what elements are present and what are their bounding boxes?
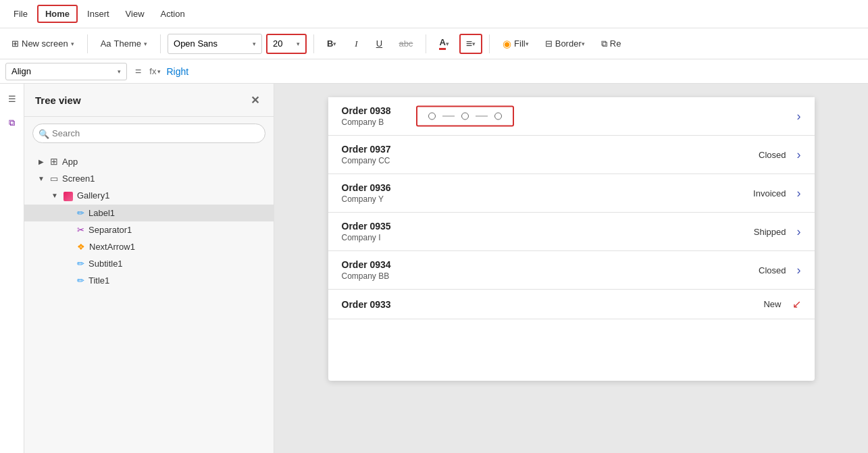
theme-label: Theme xyxy=(114,38,141,49)
app-canvas: Order 0938 Company B › Order 0937 Compan xyxy=(328,97,815,381)
gallery1-icon xyxy=(63,190,73,201)
font-color-button[interactable]: A ▾ xyxy=(433,34,455,54)
new-screen-button[interactable]: ⊞ New screen ▾ xyxy=(5,34,80,54)
fill-button[interactable]: ◉ Fill ▾ xyxy=(496,34,535,54)
row-left-0934: Order 0934 Company BB xyxy=(342,259,759,281)
row-company-0935: Company I xyxy=(342,233,754,242)
strikethrough-button[interactable]: abc xyxy=(392,34,419,54)
fx-label: fx ▾ xyxy=(149,66,161,76)
new-screen-icon: ⊞ xyxy=(11,38,19,49)
fx-text: fx xyxy=(149,66,156,76)
font-size-chevron: ▾ xyxy=(297,41,300,47)
border-icon: ⊟ xyxy=(545,38,553,49)
gallery-row-0934[interactable]: Order 0934 Company BB Closed › xyxy=(328,251,815,290)
row-left-0938: Order 0938 Company B xyxy=(342,105,797,127)
align-button[interactable]: ≡ ▾ xyxy=(459,34,482,54)
font-family-value: Open Sans xyxy=(174,38,218,49)
tree-item-subtitle1[interactable]: ▶ ✏ Subtitle1 xyxy=(24,255,274,272)
tree-item-screen1[interactable]: ▼ ▭ Screen1 xyxy=(24,170,274,187)
theme-button[interactable]: Aa Theme ▾ xyxy=(95,34,153,54)
tree-label-app: App xyxy=(62,157,78,167)
font-family-dropdown[interactable]: Open Sans ▾ xyxy=(168,34,262,54)
formula-bar: Align ▾ = fx ▾ Right xyxy=(0,59,868,84)
tree-label-screen1: Screen1 xyxy=(62,174,95,184)
row-company-0934: Company BB xyxy=(342,271,759,281)
tree-label-gallery1: Gallery1 xyxy=(77,190,109,201)
menu-home[interactable]: Home xyxy=(37,5,78,23)
underline-button[interactable]: U xyxy=(369,34,388,54)
tree-content: ▶ ⊞ App ▼ ▭ Screen1 ▼ Gallery1 xyxy=(24,150,274,453)
expand-screen1[interactable]: ▼ xyxy=(36,175,46,182)
tree-item-label1[interactable]: ▶ ✏ Label1 xyxy=(24,205,274,221)
row-arrow-0936: › xyxy=(797,186,801,201)
row-order-0936: Order 0936 xyxy=(342,182,754,193)
screen1-icon: ▭ xyxy=(50,174,58,184)
theme-chevron: ▾ xyxy=(144,41,147,47)
row-arrow-0934: › xyxy=(797,263,801,277)
fill-label: Fill xyxy=(514,38,526,49)
bold-chevron: ▾ xyxy=(333,41,336,47)
new-screen-label: New screen xyxy=(22,38,68,49)
row-left-0937: Order 0937 Company CC xyxy=(342,144,759,165)
drag-handle-mid[interactable] xyxy=(461,113,469,120)
hamburger-icon[interactable]: ☰ xyxy=(3,89,22,108)
border-chevron: ▾ xyxy=(582,41,585,47)
row-status-0933: New xyxy=(763,299,781,309)
tree-item-separator1[interactable]: ▶ ✂ Separator1 xyxy=(24,221,274,238)
font-color-icon: A xyxy=(439,37,445,50)
row-arrow-0937: › xyxy=(797,148,801,162)
tree-item-app[interactable]: ▶ ⊞ App xyxy=(24,153,274,170)
tree-item-gallery1[interactable]: ▼ Gallery1 xyxy=(24,187,274,205)
row-company-0937: Company CC xyxy=(342,156,759,165)
tree-close-button[interactable]: ✕ xyxy=(247,92,263,108)
gallery-row-0938[interactable]: Order 0938 Company B › xyxy=(328,97,815,136)
expand-app[interactable]: ▶ xyxy=(36,158,46,165)
re-icon: ⧉ xyxy=(601,38,607,49)
menu-action[interactable]: Action xyxy=(154,6,192,22)
expand-gallery1[interactable]: ▼ xyxy=(50,192,59,199)
row-order-0934: Order 0934 xyxy=(342,259,759,270)
property-selector[interactable]: Align ▾ xyxy=(5,63,127,80)
toolbar-sep-5 xyxy=(489,34,490,53)
gallery-row-0933[interactable]: Order 0933 New ↙ xyxy=(328,290,815,319)
formula-value[interactable]: Right xyxy=(166,66,188,77)
gallery-row-0936[interactable]: Order 0936 Company Y Invoiced › xyxy=(328,174,815,213)
row-order-0937: Order 0937 xyxy=(342,144,759,155)
layers-icon[interactable]: ⧉ xyxy=(3,113,22,132)
row-left-0936: Order 0936 Company Y xyxy=(342,182,754,204)
align-icon: ≡ xyxy=(466,38,472,50)
row-arrow-0938: › xyxy=(797,109,801,124)
row-order-0938: Order 0938 xyxy=(342,105,797,116)
tree-search-container: 🔍 xyxy=(32,124,265,143)
drag-line-right xyxy=(476,115,488,117)
menu-view[interactable]: View xyxy=(119,6,151,22)
gallery-row-0937[interactable]: Order 0937 Company CC Closed › xyxy=(328,136,815,174)
property-chevron: ▾ xyxy=(118,68,121,75)
drag-handle-left[interactable] xyxy=(428,113,436,120)
bold-button[interactable]: B ▾ xyxy=(321,34,342,54)
border-label: Border xyxy=(555,38,582,49)
row-left-0935: Order 0935 Company I xyxy=(342,221,754,242)
drag-handle-right[interactable] xyxy=(494,113,502,120)
tree-label-title1: Title1 xyxy=(88,275,109,286)
app-icon: ⊞ xyxy=(50,156,58,167)
search-input[interactable] xyxy=(32,124,265,143)
italic-button[interactable]: I xyxy=(347,34,365,54)
re-button[interactable]: ⧉ Re xyxy=(595,34,628,54)
tree-label-subtitle1: Subtitle1 xyxy=(88,259,123,269)
row-company-0938: Company B xyxy=(342,117,797,127)
theme-group: Aa Theme ▾ xyxy=(95,34,153,54)
tree-item-title1[interactable]: ▶ ✏ Title1 xyxy=(24,272,274,289)
toolbar-sep-3 xyxy=(313,34,314,53)
font-size-dropdown[interactable]: 20 ▾ xyxy=(266,34,307,54)
border-button[interactable]: ⊟ Border ▾ xyxy=(539,34,591,54)
property-label: Align xyxy=(11,66,31,76)
menu-file[interactable]: File xyxy=(7,6,34,22)
row-arrow-0935: › xyxy=(797,225,801,239)
gallery-row-0935[interactable]: Order 0935 Company I Shipped › xyxy=(328,213,815,251)
tree-item-nextarrow1[interactable]: ▶ ❖ NextArrow1 xyxy=(24,238,274,255)
menu-insert[interactable]: Insert xyxy=(80,6,116,22)
equals-sign: = xyxy=(132,65,144,78)
underline-icon: U xyxy=(376,38,382,49)
font-family-chevron: ▾ xyxy=(253,41,256,47)
